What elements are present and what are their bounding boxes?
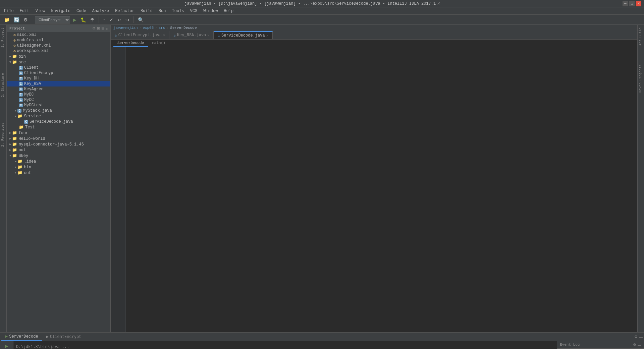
tree-item-16[interactable]: CServiceDecode.java	[7, 119, 110, 124]
event-log-settings[interactable]: ⚙	[633, 343, 636, 347]
tree-item-18[interactable]: ▶📁four	[7, 130, 110, 136]
breadcrumb-javawenjian[interactable]: javawenjian	[113, 26, 138, 30]
run-line-1: D:\jdk1.8\bin\java ...	[16, 344, 554, 349]
event-log-panel: Event Log ⚙ — 21:39 Compilation complete…	[557, 341, 644, 349]
menu-code[interactable]: Code	[74, 8, 89, 14]
tree-item-13[interactable]: CMyDCtest	[7, 103, 110, 108]
project-settings-btn[interactable]: ≡	[106, 26, 108, 31]
tab-clientencrypt-label: ClientEncrypt.java	[118, 33, 162, 38]
run-output: D:\jdk1.8\bin\java ... 端口号:2018 服务器已经启动.…	[13, 341, 557, 349]
tree-item-3[interactable]: ⚙workspace.xml	[7, 48, 110, 54]
event-log-title: Event Log	[560, 343, 580, 347]
project-expand-btn[interactable]: ⊞	[97, 26, 100, 31]
coverage-button[interactable]: ☂	[89, 16, 96, 23]
menu-tools[interactable]: Tools	[169, 8, 187, 14]
ant-build-tab[interactable]: Ant Build	[638, 25, 644, 48]
toolbar: 📁 🔄 ⚙ ClientEncrypt ServerDecode ▶ 🐛 ☂ ↑…	[0, 15, 644, 25]
breadcrumb-serverdecode[interactable]: ServerDecode	[170, 26, 197, 30]
menu-vcs[interactable]: VCS	[187, 8, 200, 14]
tree-item-10[interactable]: CKeyAgree	[7, 86, 110, 92]
bottom-tabs: ▶ ServerDecode ▶ ClientEncrypt ⚙ —	[0, 333, 644, 341]
project-side-tab[interactable]: 1: Project	[0, 25, 6, 50]
maximize-button[interactable]: □	[629, 1, 635, 6]
tree-item-9[interactable]: CKey_RSA	[7, 81, 110, 86]
run-button[interactable]: ▶	[71, 16, 78, 23]
toolbar-project-btn[interactable]: 📁	[3, 16, 11, 23]
menu-navigate[interactable]: Navigate	[48, 8, 73, 14]
breadcrumb-src[interactable]: src	[159, 26, 165, 30]
redo-btn[interactable]: ↪	[124, 16, 131, 23]
event-log-header: Event Log ⚙ —	[557, 341, 644, 349]
tree-item-4[interactable]: ▶📁bin	[7, 54, 110, 59]
breadcrumb-exp05[interactable]: exp05	[143, 26, 154, 30]
run-panel-settings-btn[interactable]: ⚙	[634, 335, 638, 339]
vcs-commit-btn[interactable]: ✓	[108, 16, 115, 23]
tree-item-15[interactable]: ▶📁Service	[7, 113, 110, 119]
toolbar-sync-btn[interactable]: 🔄	[12, 16, 21, 23]
run-panel-close-btn[interactable]: —	[639, 335, 643, 339]
tree-item-11[interactable]: CMyBC	[7, 92, 110, 97]
tree-item-1[interactable]: ⚙modules.xml	[7, 38, 110, 43]
toolbar-settings-btn[interactable]: ⚙	[22, 16, 29, 23]
toolbar-sep2	[99, 16, 99, 23]
menu-edit[interactable]: Edit	[17, 8, 32, 14]
menu-run[interactable]: Run	[156, 8, 169, 14]
tab-servicedecode-close[interactable]: ✕	[266, 34, 268, 38]
project-gear-btn[interactable]: ⚙	[92, 26, 96, 31]
code-content[interactable]	[132, 47, 637, 332]
favorites-side-tab[interactable]: 2: Favorites	[0, 120, 6, 150]
menubar: File Edit View Navigate Code Analyze Ref…	[0, 7, 644, 15]
close-button[interactable]: ✕	[636, 1, 641, 6]
menu-refactor[interactable]: Refactor	[112, 8, 137, 14]
menu-help[interactable]: Help	[221, 8, 236, 14]
tab-keyrsa[interactable]: ☕ Key_RSA.java ✕	[169, 31, 214, 39]
tree-item-8[interactable]: CKey_DH	[7, 76, 110, 81]
tree-item-21[interactable]: ▶📁out	[7, 147, 110, 153]
run-controls: ▶ ⏹ ↑ ↓ ⏸ 🗑 📌	[0, 341, 13, 349]
tree-item-0[interactable]: ⚙misc.xml	[7, 32, 110, 38]
menu-window[interactable]: Window	[201, 8, 220, 14]
debug-button[interactable]: 🐛	[79, 16, 88, 23]
project-collapse-btn[interactable]: ⊟	[101, 26, 104, 31]
project-header: Project ⚙ ⊞ ⊟ ≡	[7, 25, 110, 32]
menu-analyze[interactable]: Analyze	[90, 8, 112, 14]
menu-file[interactable]: File	[1, 8, 16, 14]
tree-item-14[interactable]: ▶CMyStack.java	[7, 108, 110, 113]
subtab-serverdecode[interactable]: ServerDecode	[113, 40, 148, 47]
vcs-update-btn[interactable]: ↑	[102, 16, 107, 23]
tree-item-25[interactable]: ▶📁out	[7, 170, 110, 176]
bottom-tab-clientencrypt[interactable]: ▶ ClientEncrypt	[42, 333, 86, 341]
structure-side-tab[interactable]: 2: Structure	[0, 70, 6, 100]
tab-keyrsa-close[interactable]: ✕	[207, 33, 209, 37]
tree-item-19[interactable]: ▶📁Hello-world	[7, 136, 110, 141]
undo-btn[interactable]: ↩	[116, 16, 123, 23]
tree-item-6[interactable]: CClient	[7, 65, 110, 70]
event-log-close[interactable]: —	[638, 343, 641, 347]
tree-item-5[interactable]: ▼📁src	[7, 59, 110, 65]
bottom-tab-serverdecode[interactable]: ▶ ServerDecode	[1, 333, 42, 341]
search-btn[interactable]: 🔍	[137, 16, 145, 23]
tree-item-22[interactable]: ▼📁Skey	[7, 153, 110, 159]
tab-servicedecode[interactable]: ☕ ServiceDecode.java ✕	[214, 31, 272, 39]
tree-item-7[interactable]: CClientEncrypt	[7, 70, 110, 76]
editor-subtabs: ServerDecode main()	[111, 40, 637, 47]
code-editor[interactable]	[111, 47, 637, 332]
subtab-main[interactable]: main()	[148, 40, 169, 47]
tree-item-23[interactable]: ▶📁.idea	[7, 159, 110, 164]
minimize-button[interactable]: ─	[623, 1, 628, 6]
tree-item-2[interactable]: ⚙uiDesigner.xml	[7, 43, 110, 48]
run-config-dropdown[interactable]: ClientEncrypt ServerDecode	[35, 16, 70, 23]
tab-clientencrypt[interactable]: ☕ ClientEncrypt.java ✕	[111, 31, 169, 39]
tab-servicedecode-label: ServiceDecode.java	[221, 33, 265, 38]
editor-area: javawenjian › exp05 › src › ServerDecode…	[111, 25, 637, 332]
tree-item-17[interactable]: 📁Test	[7, 124, 110, 130]
menu-build[interactable]: Build	[138, 8, 155, 14]
tree-item-20[interactable]: ▶📁mysql-connector-java-5.1.46	[7, 141, 110, 147]
menu-view[interactable]: View	[33, 8, 48, 14]
rerun-btn[interactable]: ▶	[4, 343, 9, 349]
tree-item-24[interactable]: ▶📁bin	[7, 164, 110, 170]
tab-clientencrypt-close[interactable]: ✕	[163, 33, 165, 37]
titlebar: javawenjian - [D:\javawenjian] - [javawe…	[0, 0, 644, 7]
maven-projects-tab[interactable]: Maven Projects	[638, 62, 644, 95]
tree-item-12[interactable]: CMyDC	[7, 97, 110, 103]
